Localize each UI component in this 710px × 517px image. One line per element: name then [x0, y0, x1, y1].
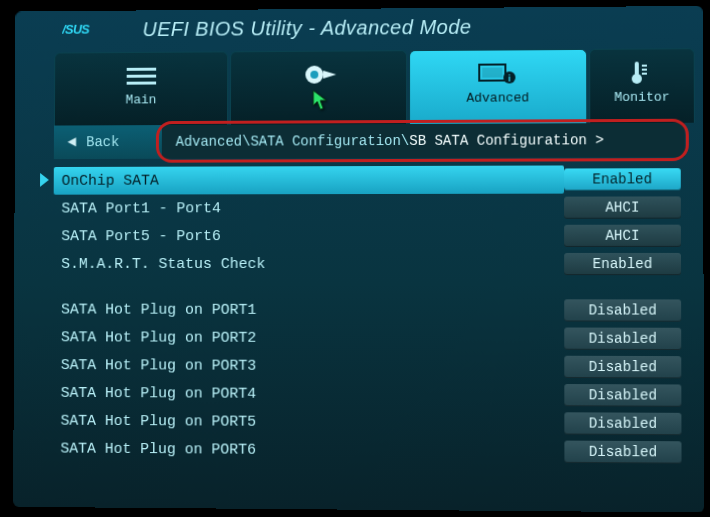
setting-value[interactable]: Disabled [564, 384, 681, 407]
svg-rect-7 [483, 68, 503, 78]
setting-label: SATA Hot Plug on PORT1 [53, 301, 564, 319]
chip-info-icon: i [416, 58, 580, 89]
bullet-icon [237, 59, 399, 90]
title-text: UEFI BIOS Utility - Advanced Mode [142, 15, 471, 40]
setting-label: SATA Hot Plug on PORT2 [53, 329, 564, 347]
bios-screen: /SUS UEFI BIOS Utility - Advanced Mode M… [13, 6, 704, 513]
setting-value[interactable]: Enabled [564, 168, 681, 190]
tab-bar: Main i [54, 48, 695, 125]
svg-rect-13 [642, 69, 647, 71]
hotplug-row-port5[interactable]: SATA Hot Plug on PORT5 Disabled [53, 407, 686, 439]
bars-icon [61, 60, 222, 91]
setting-value[interactable]: AHCI [564, 225, 681, 247]
setting-row-sata-port1-4[interactable]: SATA Port1 - Port4 AHCI [54, 193, 685, 222]
setting-row-onchip-sata[interactable]: OnChip SATA Enabled [54, 165, 685, 195]
hotplug-row-port3[interactable]: SATA Hot Plug on PORT3 Disabled [53, 351, 685, 381]
svg-text:/SUS: /SUS [62, 22, 90, 37]
setting-row-sata-port5-6[interactable]: SATA Port5 - Port6 AHCI [53, 222, 685, 250]
svg-rect-14 [642, 73, 647, 75]
svg-text:i: i [509, 73, 512, 83]
settings-list: OnChip SATA Enabled SATA Port1 - Port4 A… [53, 165, 686, 467]
setting-value[interactable]: AHCI [564, 196, 681, 218]
hotplug-row-port2[interactable]: SATA Hot Plug on PORT2 Disabled [53, 323, 685, 353]
svg-rect-3 [126, 82, 155, 85]
setting-label: SATA Port5 - Port6 [53, 227, 564, 244]
tab-advanced[interactable]: i Advanced [409, 49, 588, 124]
crumb-seg: SATA Configuration\ [250, 133, 409, 150]
setting-value[interactable]: Disabled [564, 328, 681, 351]
setting-label: SATA Hot Plug on PORT4 [53, 384, 565, 403]
crumb-current: SB SATA Configuration > [409, 132, 604, 149]
asus-logo: /SUS [62, 16, 131, 42]
hotplug-row-port6[interactable]: SATA Hot Plug on PORT6 Disabled [53, 435, 686, 467]
back-button[interactable]: ◄ Back [54, 125, 162, 159]
setting-label: SATA Hot Plug on PORT6 [53, 440, 565, 460]
svg-rect-11 [635, 62, 639, 76]
svg-rect-1 [126, 68, 155, 71]
tab-main[interactable]: Main [54, 51, 229, 125]
setting-value[interactable]: Disabled [564, 412, 681, 435]
breadcrumb[interactable]: Advanced\ SATA Configuration\ SB SATA Co… [162, 123, 685, 159]
back-arrow-icon: ◄ [68, 134, 77, 151]
titlebar: /SUS UEFI BIOS Utility - Advanced Mode [15, 6, 703, 45]
cursor-icon [312, 89, 328, 116]
breadcrumb-bar: ◄ Back Advanced\ SATA Configuration\ SB … [54, 123, 685, 159]
setting-label: OnChip SATA [54, 165, 564, 194]
setting-value[interactable]: Disabled [564, 299, 681, 321]
hotplug-row-port1[interactable]: SATA Hot Plug on PORT1 Disabled [53, 296, 685, 325]
setting-label: S.M.A.R.T. Status Check [53, 255, 564, 272]
tab-monitor[interactable]: Monitor [589, 48, 695, 123]
setting-row-smart-status[interactable]: S.M.A.R.T. Status Check Enabled [53, 250, 685, 278]
svg-rect-2 [126, 75, 155, 78]
back-label: Back [86, 134, 119, 150]
setting-value[interactable]: Disabled [564, 441, 681, 464]
crumb-seg: Advanced\ [176, 134, 251, 150]
tab-label: Advanced [466, 90, 529, 105]
hotplug-row-port4[interactable]: SATA Hot Plug on PORT4 Disabled [53, 379, 686, 410]
setting-label: SATA Hot Plug on PORT3 [53, 357, 564, 376]
svg-point-5 [310, 71, 318, 79]
tab-tweaker[interactable] [230, 50, 406, 125]
setting-value[interactable]: Enabled [564, 253, 681, 275]
svg-rect-12 [642, 65, 647, 67]
setting-label: SATA Hot Plug on PORT5 [53, 412, 565, 432]
tab-label: Monitor [614, 90, 670, 105]
setting-value[interactable]: Disabled [564, 356, 681, 379]
spacer [53, 278, 685, 297]
setting-label: SATA Port1 - Port4 [54, 199, 564, 217]
thermometer-icon [596, 57, 687, 88]
tab-label: Main [126, 92, 157, 107]
